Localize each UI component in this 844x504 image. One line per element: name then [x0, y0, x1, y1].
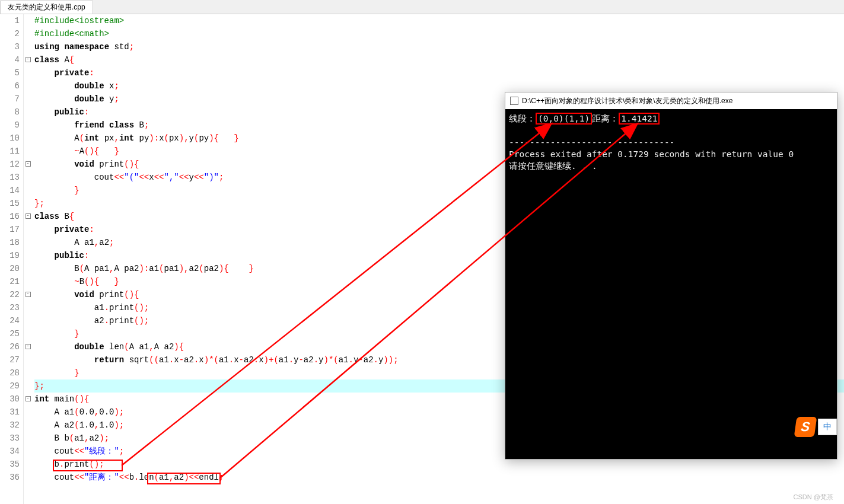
- line-number: 32: [0, 419, 20, 432]
- console-icon: [510, 97, 518, 105]
- fold-marker: [24, 119, 32, 132]
- fold-marker: [24, 471, 32, 484]
- fold-marker: [24, 132, 32, 145]
- fold-marker: [24, 40, 32, 53]
- fold-column: - - - - - -: [24, 14, 32, 504]
- line-number: 21: [0, 275, 20, 288]
- line-number: 26: [0, 340, 20, 353]
- code-line[interactable]: b.print();: [34, 458, 844, 471]
- fold-marker: [24, 432, 32, 445]
- console-window: D:\C++面向对象的程序设计技术\类和对象\友元类的定义和使用.exe 线段：…: [505, 92, 837, 460]
- fold-marker[interactable]: -: [24, 393, 32, 406]
- code-line[interactable]: using namespace std;: [34, 40, 844, 53]
- code-line[interactable]: #include<cmath>: [34, 27, 844, 40]
- fold-marker: [24, 275, 32, 288]
- line-number: 36: [0, 471, 20, 484]
- fold-marker: [24, 301, 32, 314]
- console-title-text: D:\C++面向对象的程序设计技术\类和对象\友元类的定义和使用.exe: [522, 96, 732, 106]
- code-line[interactable]: class A{: [34, 53, 844, 66]
- line-number: 2: [0, 27, 20, 40]
- line-number: 23: [0, 301, 20, 314]
- fold-marker: [24, 353, 32, 366]
- line-number: 29: [0, 379, 20, 393]
- fold-marker: [24, 223, 32, 236]
- fold-marker: [24, 92, 32, 106]
- fold-marker: [24, 327, 32, 340]
- fold-marker: [24, 262, 32, 275]
- line-number: 33: [0, 432, 20, 445]
- line-number: 11: [0, 145, 20, 158]
- line-number: 35: [0, 458, 20, 471]
- fold-marker: [24, 145, 32, 158]
- line-number: 25: [0, 327, 20, 340]
- fold-marker: [24, 14, 32, 27]
- line-number: 14: [0, 184, 20, 197]
- fold-marker: [24, 458, 32, 471]
- line-number: 30: [0, 393, 20, 406]
- file-tab[interactable]: 友元类的定义和使用.cpp: [0, 1, 93, 14]
- line-number: 15: [0, 197, 20, 210]
- tab-bar: 友元类的定义和使用.cpp: [0, 0, 844, 14]
- fold-marker: [24, 79, 32, 92]
- line-number: 31: [0, 406, 20, 419]
- line-number: 16: [0, 210, 20, 223]
- line-number: 9: [0, 119, 20, 132]
- ime-mode[interactable]: 中: [818, 419, 837, 435]
- line-number: 7: [0, 92, 20, 106]
- line-number: 8: [0, 106, 20, 119]
- output-coords: (0,0)(1,1): [536, 113, 592, 125]
- code-line[interactable]: #include<iostream>: [34, 14, 844, 27]
- code-line[interactable]: cout<<"距离："<<b.len(a1,a2)<<endl;: [34, 471, 844, 484]
- line-number: 19: [0, 249, 20, 262]
- fold-marker: [24, 184, 32, 197]
- fold-marker: [24, 106, 32, 119]
- fold-marker: [24, 171, 32, 184]
- console-titlebar[interactable]: D:\C++面向对象的程序设计技术\类和对象\友元类的定义和使用.exe: [505, 92, 837, 109]
- fold-marker: [24, 197, 32, 210]
- line-number: 17: [0, 223, 20, 236]
- line-number: 4: [0, 53, 20, 66]
- line-number: 12: [0, 158, 20, 171]
- line-number: 28: [0, 366, 20, 379]
- line-number: 18: [0, 236, 20, 249]
- fold-marker: [24, 445, 32, 458]
- line-gutter: 1234567891011121314151617181920212223242…: [0, 14, 24, 504]
- fold-marker[interactable]: -: [24, 53, 32, 66]
- fold-marker: [24, 379, 32, 393]
- line-number: 24: [0, 314, 20, 327]
- fold-marker[interactable]: -: [24, 158, 32, 171]
- fold-marker: [24, 249, 32, 262]
- line-number: 13: [0, 171, 20, 184]
- fold-marker: [24, 236, 32, 249]
- line-number: 3: [0, 40, 20, 53]
- line-number: 10: [0, 132, 20, 145]
- watermark: CSDN @梵茶: [794, 493, 833, 502]
- fold-marker: [24, 27, 32, 40]
- fold-marker: [24, 66, 32, 79]
- line-number: 20: [0, 262, 20, 275]
- line-number: 22: [0, 288, 20, 301]
- line-number: 27: [0, 353, 20, 366]
- code-line[interactable]: double x;: [34, 79, 844, 92]
- fold-marker: [24, 366, 32, 379]
- line-number: 6: [0, 79, 20, 92]
- code-line[interactable]: private:: [34, 66, 844, 79]
- line-number: 34: [0, 445, 20, 458]
- ime-indicator[interactable]: S 中: [795, 417, 837, 437]
- fold-marker: [24, 314, 32, 327]
- ime-logo-icon: S: [794, 417, 817, 437]
- fold-marker[interactable]: -: [24, 288, 32, 301]
- line-number: 1: [0, 14, 20, 27]
- output-distance: 1.41421: [619, 113, 660, 125]
- fold-marker: [24, 406, 32, 419]
- fold-marker[interactable]: -: [24, 210, 32, 223]
- fold-marker[interactable]: -: [24, 340, 32, 353]
- console-output: 线段：(0,0)(1,1)距离：1.41421 ----------------…: [505, 109, 837, 176]
- fold-marker: [24, 419, 32, 432]
- line-number: 5: [0, 66, 20, 79]
